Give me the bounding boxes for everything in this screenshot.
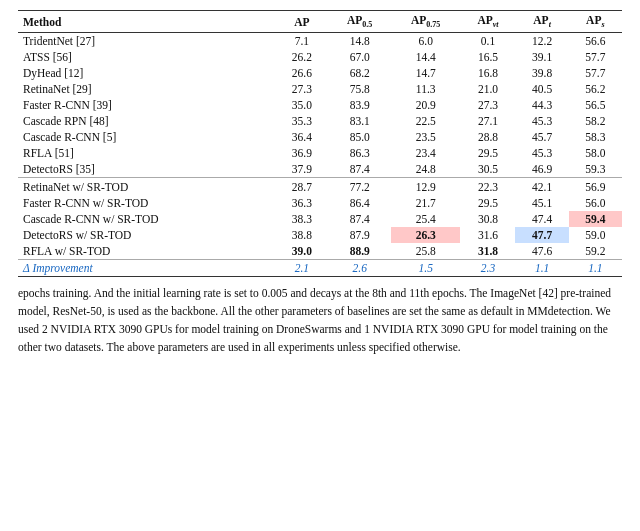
table-cell: 75.8 <box>328 81 390 97</box>
delta-cell: 1.1 <box>515 260 568 277</box>
footer-text: epochs training. And the initial learnin… <box>18 285 622 356</box>
table-cell: 27.1 <box>460 113 515 129</box>
table-cell: 59.3 <box>569 161 622 178</box>
header-ap05: AP0.5 <box>328 11 390 33</box>
table-cell: 59.4 <box>569 211 622 227</box>
table-cell: 21.7 <box>391 195 461 211</box>
table-row: Cascade R-CNN [5]36.485.023.528.845.758.… <box>18 129 622 145</box>
table-cell: 29.5 <box>460 195 515 211</box>
table-cell: Faster R-CNN [39] <box>18 97 275 113</box>
table-cell: 20.9 <box>391 97 461 113</box>
delta-cell: 2.6 <box>328 260 390 277</box>
table-cell: DetectoRS w/ SR-TOD <box>18 227 275 243</box>
table-cell: 58.0 <box>569 145 622 161</box>
table-cell: 26.6 <box>275 65 328 81</box>
header-apt: APt <box>515 11 568 33</box>
table-cell: 7.1 <box>275 33 328 50</box>
table-cell: 30.8 <box>460 211 515 227</box>
table-cell: 27.3 <box>275 81 328 97</box>
table-cell: 22.3 <box>460 178 515 196</box>
table-cell: 16.8 <box>460 65 515 81</box>
results-table: Method AP AP0.5 AP0.75 APvt APt APs Trid… <box>18 10 622 277</box>
header-method: Method <box>18 11 275 33</box>
table-cell: RFLA w/ SR-TOD <box>18 243 275 260</box>
table-cell: 24.8 <box>391 161 461 178</box>
table-cell: 39.1 <box>515 49 568 65</box>
table-cell: 85.0 <box>328 129 390 145</box>
table-cell: 22.5 <box>391 113 461 129</box>
table-cell: 12.9 <box>391 178 461 196</box>
table-cell: DyHead [12] <box>18 65 275 81</box>
table-cell: 35.0 <box>275 97 328 113</box>
table-row: RetinaNet [29]27.375.811.321.040.556.2 <box>18 81 622 97</box>
table-cell: 42.1 <box>515 178 568 196</box>
delta-method-cell: Δ Improvement <box>18 260 275 277</box>
table-cell: 31.6 <box>460 227 515 243</box>
table-cell: 26.2 <box>275 49 328 65</box>
table-cell: 56.9 <box>569 178 622 196</box>
table-cell: 87.9 <box>328 227 390 243</box>
table-cell: DetectoRS [35] <box>18 161 275 178</box>
table-cell: 25.8 <box>391 243 461 260</box>
table-cell: 57.7 <box>569 65 622 81</box>
table-row: Faster R-CNN [39]35.083.920.927.344.356.… <box>18 97 622 113</box>
table-cell: 11.3 <box>391 81 461 97</box>
table-cell: 21.0 <box>460 81 515 97</box>
table-cell: 31.8 <box>460 243 515 260</box>
table-row: ATSS [56]26.267.014.416.539.157.7 <box>18 49 622 65</box>
table-cell: 86.4 <box>328 195 390 211</box>
table-cell: 58.2 <box>569 113 622 129</box>
table-cell: 40.5 <box>515 81 568 97</box>
table-row: RFLA w/ SR-TOD39.088.925.831.847.659.2 <box>18 243 622 260</box>
table-cell: 68.2 <box>328 65 390 81</box>
table-cell: TridentNet [27] <box>18 33 275 50</box>
table-cell: 83.9 <box>328 97 390 113</box>
table-cell: 45.3 <box>515 113 568 129</box>
table-cell: 36.9 <box>275 145 328 161</box>
table-cell: 26.3 <box>391 227 461 243</box>
table-cell: 45.7 <box>515 129 568 145</box>
table-cell: 14.8 <box>328 33 390 50</box>
table-cell: 86.3 <box>328 145 390 161</box>
header-apvt: APvt <box>460 11 515 33</box>
table-row: DyHead [12]26.668.214.716.839.857.7 <box>18 65 622 81</box>
table-cell: 37.9 <box>275 161 328 178</box>
delta-cell: 2.3 <box>460 260 515 277</box>
table-cell: RFLA [51] <box>18 145 275 161</box>
table-cell: 39.0 <box>275 243 328 260</box>
table-cell: RetinaNet w/ SR-TOD <box>18 178 275 196</box>
table-cell: Cascade R-CNN w/ SR-TOD <box>18 211 275 227</box>
table-cell: 36.4 <box>275 129 328 145</box>
delta-cell: 2.1 <box>275 260 328 277</box>
table-cell: Faster R-CNN w/ SR-TOD <box>18 195 275 211</box>
table-row: RetinaNet w/ SR-TOD28.777.212.922.342.15… <box>18 178 622 196</box>
table-cell: 56.0 <box>569 195 622 211</box>
table-cell: RetinaNet [29] <box>18 81 275 97</box>
table-cell: 38.3 <box>275 211 328 227</box>
table-cell: 6.0 <box>391 33 461 50</box>
table-cell: 83.1 <box>328 113 390 129</box>
table-cell: 28.8 <box>460 129 515 145</box>
table-cell: 29.5 <box>460 145 515 161</box>
table-cell: 46.9 <box>515 161 568 178</box>
header-ap075: AP0.75 <box>391 11 461 33</box>
table-cell: 45.1 <box>515 195 568 211</box>
table-cell: 47.4 <box>515 211 568 227</box>
table-cell: 36.3 <box>275 195 328 211</box>
table-cell: 58.3 <box>569 129 622 145</box>
table-cell: 56.5 <box>569 97 622 113</box>
table-cell: 44.3 <box>515 97 568 113</box>
table-cell: 87.4 <box>328 161 390 178</box>
table-cell: 23.5 <box>391 129 461 145</box>
table-cell: 59.0 <box>569 227 622 243</box>
table-row: Cascade RPN [48]35.383.122.527.145.358.2 <box>18 113 622 129</box>
table-row: DetectoRS [35]37.987.424.830.546.959.3 <box>18 161 622 178</box>
table-cell: 12.2 <box>515 33 568 50</box>
table-cell: 23.4 <box>391 145 461 161</box>
table-cell: 14.7 <box>391 65 461 81</box>
delta-row: Δ Improvement2.12.61.52.31.11.1 <box>18 260 622 277</box>
table-cell: 87.4 <box>328 211 390 227</box>
table-cell: Cascade R-CNN [5] <box>18 129 275 145</box>
table-cell: 38.8 <box>275 227 328 243</box>
table-cell: 28.7 <box>275 178 328 196</box>
